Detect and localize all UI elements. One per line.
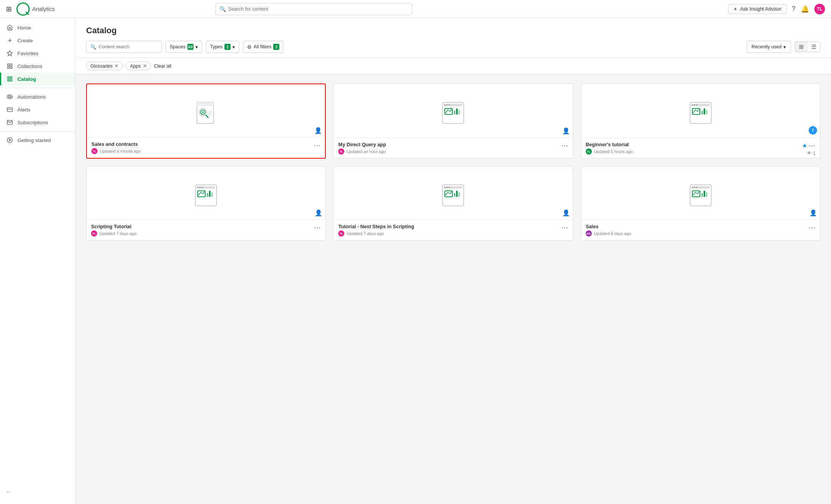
card-more-button[interactable]: ··· [562, 142, 568, 150]
clear-all-button[interactable]: Clear all [154, 63, 172, 69]
card-avatar: TL [91, 230, 97, 237]
card-sales-contracts[interactable]: 👤 Sales and contracts TL Updated a minut… [86, 83, 326, 159]
card-info: Sales AD Updated 6 days ago [586, 224, 809, 237]
card-more-button[interactable]: ··· [809, 224, 816, 232]
svg-point-66 [692, 187, 693, 188]
svg-rect-53 [209, 191, 210, 197]
sidebar-divider-2 [0, 131, 75, 131]
sidebar-item-collections[interactable]: Collections [0, 60, 75, 73]
card-scripting-tutorial[interactable]: 👤 Scripting Tutorial TL Updated 7 days a… [86, 166, 326, 241]
sidebar-item-subscriptions[interactable]: Subscriptions [0, 116, 75, 129]
card-sales[interactable]: 👤 Sales AD Updated 6 days ago ··· [581, 166, 820, 241]
sidebar-item-getting-started-label: Getting started [17, 138, 51, 143]
card-meta: TL Updated an hour ago [338, 148, 561, 155]
svg-rect-26 [208, 113, 211, 114]
owner-icon: 👤 [809, 209, 817, 216]
sidebar-item-home-label: Home [17, 25, 31, 31]
getting-started-icon [6, 137, 14, 143]
card-footer: Beginner's tutorial TL Updated 5 hours a… [581, 138, 820, 158]
sidebar-item-home[interactable]: Home [0, 21, 75, 34]
grid-menu-icon[interactable]: ⊞ [6, 5, 12, 13]
card-footer: My Direct Query app TL Updated an hour a… [334, 138, 573, 158]
sidebar-item-catalog[interactable]: Catalog [0, 73, 75, 85]
card-beginners-tutorial[interactable]: T 👁 1 Beginner's tutorial TL Updated 5 h… [581, 83, 820, 159]
star-button[interactable]: ★ [802, 142, 807, 149]
svg-rect-44 [704, 108, 705, 114]
svg-point-23 [202, 111, 204, 113]
svg-rect-36 [458, 110, 460, 114]
card-more-button[interactable]: ··· [809, 142, 816, 150]
sidebar-collapse-button[interactable]: ← [0, 485, 75, 498]
card-actions: ··· [314, 141, 320, 149]
card-title: Tutorial - Next Steps in Scripting [338, 224, 561, 229]
card-footer: Sales AD Updated 6 days ago ··· [581, 220, 820, 240]
cards-grid: 👤 Sales and contracts TL Updated a minut… [86, 83, 820, 241]
apps-filter-tag: Apps ✕ [126, 62, 151, 70]
card-info: Scripting Tutorial TL Updated 7 days ago [91, 224, 314, 237]
glossaries-remove-button[interactable]: ✕ [115, 63, 119, 69]
sidebar-item-collections-label: Collections [17, 63, 42, 69]
card-update-time: Updated 5 hours ago [594, 149, 633, 154]
card-footer: Tutorial - Next Steps in Scripting TL Up… [334, 220, 573, 240]
sidebar-item-automations[interactable]: Automations [0, 90, 75, 103]
card-my-direct-query[interactable]: 👤 My Direct Query app TL Updated an hour… [333, 83, 573, 159]
spaces-filter-button[interactable]: Spaces All ▾ [166, 41, 202, 53]
sidebar-item-alerts[interactable]: Alerts [0, 103, 75, 116]
svg-rect-71 [704, 191, 705, 197]
card-thumbnail: 👤 [581, 167, 820, 220]
card-thumbnail: 👤 [334, 167, 573, 220]
collections-icon [6, 63, 14, 69]
card-avatar: AD [586, 230, 592, 237]
card-more-button[interactable]: ··· [314, 224, 321, 232]
svg-point-32 [449, 104, 450, 106]
sidebar-item-subscriptions-label: Subscriptions [17, 120, 48, 125]
content-search-input[interactable] [99, 44, 158, 49]
help-icon[interactable]: ? [792, 5, 795, 13]
list-view-button[interactable]: ☰ [808, 42, 820, 52]
card-thumbnail: 👤 [87, 167, 325, 220]
svg-point-41 [696, 104, 698, 106]
card-more-button[interactable]: ··· [562, 224, 568, 232]
catalog-filters: 🔍 Spaces All ▾ Types 2 ▾ ⚙ All filters 2 [86, 41, 820, 53]
svg-rect-13 [9, 95, 11, 99]
card-meta: AD Updated 6 days ago [586, 230, 809, 237]
collapse-icon: ← [6, 489, 11, 495]
types-filter-button[interactable]: Types 2 ▾ [206, 41, 239, 53]
view-toggle: ⊞ ☰ [795, 42, 820, 52]
content-search[interactable]: 🔍 [86, 41, 162, 53]
alerts-icon [6, 107, 14, 113]
card-more-button[interactable]: ··· [314, 141, 320, 149]
sidebar-item-favorites[interactable]: Favorites [0, 47, 75, 60]
all-filters-button[interactable]: ⚙ All filters 2 [243, 41, 283, 53]
owner-icon: 👤 [315, 209, 322, 216]
card-tutorial-next-steps[interactable]: 👤 Tutorial - Next Steps in Scripting TL … [333, 166, 573, 241]
sidebar-item-getting-started[interactable]: Getting started [0, 134, 75, 147]
topnav-right: ✦ Ask Insight Advisor ? 🔔 TL [728, 4, 825, 14]
app-layout: Home Create Favorites Collections Catalo… [0, 18, 831, 504]
glossaries-filter-tag: Glossaries ✕ [86, 62, 123, 70]
svg-rect-8 [10, 66, 12, 68]
active-filters-row: Glossaries ✕ Apps ✕ Clear all [76, 58, 831, 74]
types-chevron-icon: ▾ [232, 44, 235, 50]
grid-view-button[interactable]: ⊞ [795, 42, 808, 52]
svg-marker-4 [7, 51, 12, 56]
card-thumbnail: 👤 [334, 84, 573, 138]
sort-chevron-icon: ▾ [783, 44, 786, 50]
avatar[interactable]: TL [814, 4, 825, 14]
notifications-icon[interactable]: 🔔 [801, 5, 809, 13]
topnav: ⊞ Analytics 🔍 ✦ Ask Insight Advisor ? 🔔 … [0, 0, 831, 18]
apps-remove-button[interactable]: ✕ [143, 63, 147, 69]
global-search[interactable]: 🔍 [215, 3, 412, 15]
sidebar-item-create[interactable]: Create [0, 34, 75, 47]
search-input[interactable] [228, 6, 408, 12]
owner-icon: 👤 [314, 127, 322, 134]
sidebar-item-favorites-label: Favorites [17, 51, 39, 56]
card-actions: ··· [314, 224, 321, 232]
sort-button[interactable]: Recently used ▾ [747, 41, 791, 53]
card-meta: TL Updated 7 days ago [91, 230, 314, 237]
svg-rect-63 [458, 192, 460, 197]
catalog-header: Catalog 🔍 Spaces All ▾ Types 2 ▾ ⚙ [76, 18, 831, 58]
insight-advisor-button[interactable]: ✦ Ask Insight Advisor [728, 4, 786, 14]
search-icon: 🔍 [220, 6, 226, 12]
spaces-label: Spaces [170, 44, 186, 49]
